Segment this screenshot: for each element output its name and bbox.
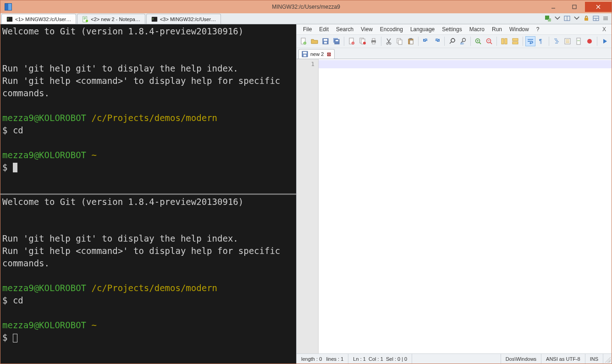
svg-point-79: [587, 39, 592, 44]
svg-text:ab: ab: [460, 42, 464, 45]
toolbar-separator: [496, 37, 497, 46]
npp-close-x[interactable]: X: [600, 25, 609, 33]
menu-settings[interactable]: Settings: [438, 25, 465, 33]
status-spacer: [412, 354, 501, 364]
new-console-button[interactable]: [544, 14, 552, 22]
term-user: mezza9@KOLOROBOT: [2, 113, 86, 123]
toolbar-separator: [597, 37, 597, 46]
open-file-icon[interactable]: [309, 36, 320, 46]
dropdown-layout-icon[interactable]: [573, 14, 581, 22]
show-symbols-icon[interactable]: ¶: [536, 36, 546, 46]
undo-icon[interactable]: [421, 36, 431, 46]
menu-icon[interactable]: [601, 14, 610, 22]
toolbar-separator: [549, 37, 549, 46]
split-view-button[interactable]: [592, 14, 600, 22]
sync-v-icon[interactable]: [499, 36, 509, 46]
svg-rect-39: [372, 39, 375, 40]
terminal-bottom[interactable]: Welcome to Git (version 1.8.4-preview201…: [0, 195, 296, 364]
term-line: Welcome to Git (version 1.8.4-preview201…: [2, 26, 243, 36]
terminal-top[interactable]: Welcome to Git (version 1.8.4-preview201…: [0, 24, 296, 193]
paste-icon[interactable]: [406, 36, 416, 46]
svg-rect-65: [513, 39, 518, 41]
svg-rect-1: [573, 5, 576, 9]
toolbar-separator: [418, 37, 419, 46]
wordwrap-icon[interactable]: [525, 36, 535, 46]
layout-toggle-button[interactable]: [563, 14, 571, 22]
menu-help[interactable]: ?: [533, 25, 543, 33]
find-icon[interactable]: [447, 36, 457, 46]
zoom-out-icon[interactable]: [484, 36, 494, 46]
tab-notepad[interactable]: <2> new 2 - Notepa…: [77, 14, 145, 24]
line-number-gutter: 1: [297, 59, 319, 353]
menu-edit[interactable]: Edit: [315, 25, 332, 33]
lock-icon[interactable]: [582, 14, 590, 22]
app-window: MINGW32:/c/Users/mezza9 <1> MINGW32:/c/U…: [0, 0, 612, 364]
svg-rect-66: [513, 42, 518, 44]
tabbar-toolbar: [544, 14, 610, 22]
svg-rect-27: [324, 42, 327, 44]
menu-window[interactable]: Window: [506, 25, 533, 33]
notepadpp-icon: [82, 16, 88, 22]
doc-map-icon[interactable]: [573, 36, 584, 46]
svg-rect-78: [577, 40, 580, 41]
menu-encoding[interactable]: Encoding: [376, 25, 407, 33]
svg-rect-49: [410, 40, 413, 44]
save-icon[interactable]: [320, 36, 331, 46]
svg-rect-46: [398, 40, 402, 44]
svg-rect-40: [372, 42, 375, 44]
npp-doc-tabbar: new 2 ⊠: [297, 48, 612, 59]
term-line: Run 'git help <command>' to display help…: [2, 246, 286, 268]
zoom-in-icon[interactable]: [473, 36, 483, 46]
term-user: mezza9@KOLOROBOT: [2, 150, 86, 160]
svg-point-37: [363, 42, 366, 44]
menu-view[interactable]: View: [357, 25, 376, 33]
close-button[interactable]: [585, 2, 612, 12]
copy-icon[interactable]: [395, 36, 405, 46]
toolbar-separator: [344, 37, 344, 46]
svg-line-61: [491, 43, 492, 44]
indent-guide-icon[interactable]: [551, 36, 562, 46]
maximize-button[interactable]: [564, 2, 585, 12]
npp-doc-tab[interactable]: new 2 ⊠: [298, 49, 335, 59]
replace-icon[interactable]: ab: [458, 36, 468, 46]
tab-console-3[interactable]: <3> MINGW32:/c/User…: [146, 14, 221, 24]
redo-icon[interactable]: [432, 36, 442, 46]
save-all-icon[interactable]: [331, 36, 342, 46]
menu-macro[interactable]: Macro: [466, 25, 488, 33]
close-file-icon[interactable]: [347, 36, 357, 46]
titlebar[interactable]: MINGW32:/c/Users/mezza9: [0, 0, 612, 13]
workspace: Welcome to Git (version 1.8.4-preview201…: [0, 24, 612, 364]
svg-rect-4: [7, 17, 12, 22]
record-macro-icon[interactable]: [584, 36, 595, 46]
dropdown-new-icon[interactable]: [553, 14, 562, 22]
term-cmd: $: [2, 332, 13, 342]
menu-language[interactable]: Language: [407, 25, 438, 33]
term-path: /c/Projects/demos/modern: [86, 283, 217, 293]
svg-text:¶: ¶: [539, 38, 542, 44]
new-file-icon[interactable]: [298, 36, 309, 46]
doc-tab-close-icon[interactable]: ⊠: [326, 51, 331, 57]
menu-search[interactable]: Search: [332, 25, 357, 33]
resize-grip-icon[interactable]: [603, 355, 611, 363]
term-line: Welcome to Git (version 1.8.4-preview201…: [2, 197, 243, 207]
toolbar-separator: [381, 37, 381, 46]
disk-icon: [302, 51, 308, 57]
tab-console-1[interactable]: <1> MINGW32:/c/User…: [1, 14, 76, 24]
app-icon: [3, 2, 13, 12]
term-cmd: $ cd: [2, 125, 23, 135]
function-list-icon[interactable]: [562, 36, 573, 46]
close-all-icon[interactable]: [358, 36, 368, 46]
play-macro-icon[interactable]: [600, 36, 610, 46]
menu-file[interactable]: File: [299, 25, 315, 33]
line-number: 1: [297, 60, 314, 68]
cut-icon[interactable]: [384, 36, 394, 46]
minimize-button[interactable]: [543, 2, 564, 12]
window-controls: [543, 2, 612, 12]
toolbar-separator: [444, 37, 445, 46]
terminal-icon: [151, 16, 158, 22]
print-icon[interactable]: [369, 36, 379, 46]
menu-run[interactable]: Run: [488, 25, 506, 33]
term-path: ~: [86, 150, 97, 160]
sync-h-icon[interactable]: [510, 36, 520, 46]
editor-body[interactable]: [319, 59, 612, 353]
